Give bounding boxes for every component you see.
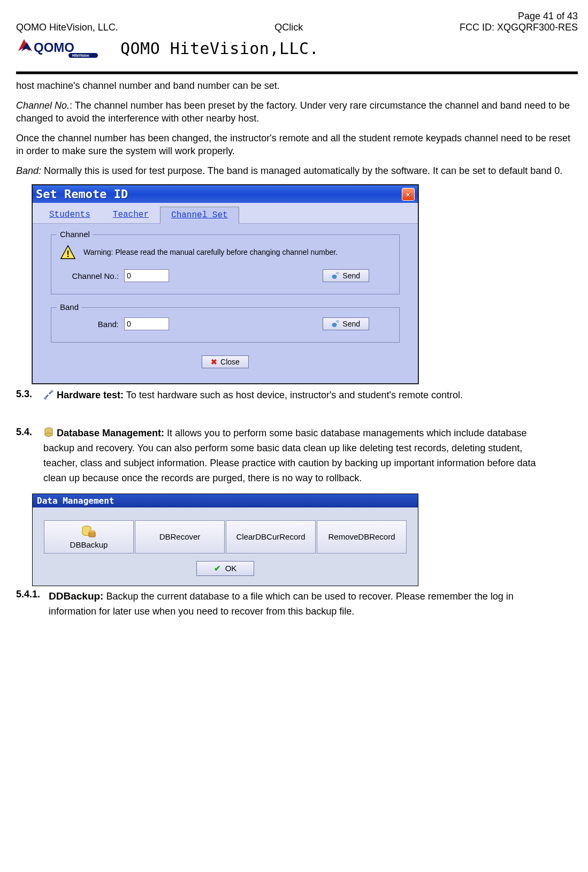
band-label: Band:	[60, 320, 119, 329]
paragraph-band: Band: Normally this is used for test pur…	[16, 165, 578, 177]
paragraph-host: host machine's channel number and band n…	[16, 80, 578, 92]
tabs-row: Students Teacher Channel Set	[33, 203, 418, 224]
svg-text:HiteVision: HiteVision	[72, 54, 89, 57]
titlebar: Set Remote ID ✕	[33, 185, 418, 203]
window-title: Set Remote ID	[36, 187, 128, 201]
titlebar-2: Data Management	[33, 494, 418, 507]
cleardbcurrecord-button[interactable]: ClearDBCurRecord	[226, 520, 316, 553]
send-icon	[332, 272, 339, 279]
tab-teacher[interactable]: Teacher	[102, 206, 160, 223]
band-groupbox: Band Band: Send	[51, 307, 400, 343]
logo-row: QOMO HiteVision QOMO HiteVision,LLC.	[16, 36, 578, 60]
svg-point-9	[332, 323, 337, 327]
send-band-button[interactable]: Send	[323, 317, 369, 330]
set-remote-id-window: Set Remote ID ✕ Students Teacher Channel…	[32, 185, 418, 384]
check-icon: ✔	[214, 564, 221, 573]
send-label: Send	[342, 320, 360, 328]
company-title: QOMO HiteVision,LLC.	[120, 39, 319, 58]
ok-label: OK	[225, 564, 237, 573]
dbbackup-label: DBBackup	[70, 540, 108, 549]
paragraph-reset: Once the channel number has been changed…	[16, 132, 578, 157]
tab-channel-set[interactable]: Channel Set	[160, 207, 239, 224]
svg-text:QOMO: QOMO	[34, 40, 74, 55]
label-channel-no: Channel No.	[16, 100, 70, 111]
send-channel-button[interactable]: Send	[323, 269, 369, 282]
section-5-4: 5.4. Database Management: It allows you …	[16, 426, 578, 486]
warning-icon: !	[60, 245, 76, 260]
send-label: Send	[342, 271, 360, 280]
database-icon	[43, 427, 54, 438]
header-row: QOMO HiteVision, LLC. QClick FCC ID: XQG…	[16, 22, 578, 33]
close-label: Close	[220, 358, 240, 366]
channel-group-label: Channel	[57, 230, 93, 239]
sec-body-5-3: To test hardware such as host device, in…	[124, 390, 463, 400]
header-center: QClick	[274, 22, 303, 33]
warning-text: Warning: Please read the manual carefull…	[83, 248, 338, 256]
channel-groupbox: Channel ! Warning: Please read the manua…	[51, 234, 400, 294]
svg-point-8	[332, 275, 337, 279]
sec-num-5-3: 5.3.	[16, 388, 41, 400]
svg-point-10	[51, 390, 54, 393]
divider	[16, 66, 578, 69]
close-x-icon: ✖	[211, 358, 217, 366]
send-icon	[332, 320, 339, 328]
band-group-label: Band	[57, 302, 82, 312]
sec-num-5-4-1: 5.4.1.	[16, 588, 46, 601]
page-number: Page 41 of 43	[16, 11, 578, 22]
data-management-window: Data Management DBBackup DBRecover Clear…	[32, 494, 418, 586]
sec-body-5-4-1: Backup the current database to a file wh…	[49, 591, 514, 617]
tab-students[interactable]: Students	[38, 206, 102, 223]
sec-title-5-4-1: DDBackup:	[49, 590, 103, 602]
close-button[interactable]: ✖ Close	[202, 355, 249, 368]
section-5-4-1: 5.4.1. DDBackup: Backup the current data…	[16, 588, 578, 619]
header-right: FCC ID: XQGQRF300-RES	[460, 22, 578, 33]
removedbrecord-button[interactable]: RemoveDBRecord	[317, 520, 407, 553]
sec-title-5-4: Database Management:	[57, 428, 164, 438]
text-channel-no: : The channel number has been preset by …	[16, 100, 570, 123]
section-5-3: 5.3. Hardware test: To test hardware suc…	[16, 388, 578, 403]
close-icon[interactable]: ✕	[402, 188, 415, 201]
text-band: Normally this is used for test purpose. …	[41, 165, 562, 176]
svg-text:!: !	[66, 249, 70, 259]
header-left: QOMO HiteVision, LLC.	[16, 22, 118, 33]
dbrecover-button[interactable]: DBRecover	[135, 520, 225, 553]
paragraph-channel-no: Channel No.: The channel number has been…	[16, 100, 578, 125]
band-input[interactable]	[124, 317, 169, 330]
ok-button[interactable]: ✔ OK	[196, 561, 255, 576]
channel-no-input[interactable]	[124, 269, 169, 282]
label-band: Band:	[16, 165, 41, 176]
dbbackup-icon	[81, 524, 96, 539]
svg-rect-16	[89, 530, 95, 533]
qomo-logo: QOMO HiteVision	[16, 36, 110, 60]
sec-title-5-3: Hardware test:	[57, 390, 124, 400]
dbbackup-button[interactable]: DBBackup	[44, 520, 134, 553]
channel-no-label: Channel No.:	[60, 271, 119, 280]
sec-num-5-4: 5.4.	[16, 426, 41, 438]
tools-icon	[43, 389, 54, 400]
